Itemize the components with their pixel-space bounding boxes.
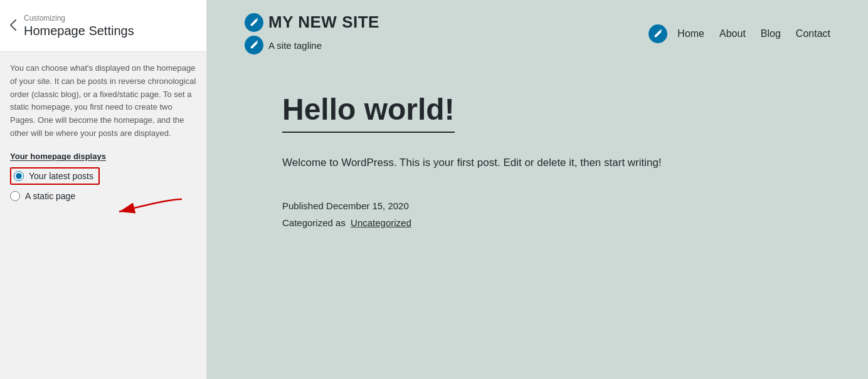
radio-highlight-box: Your latest posts xyxy=(10,167,100,185)
radio-group: Your latest posts A static page xyxy=(10,167,196,201)
back-button[interactable] xyxy=(10,19,16,33)
radio-latest-posts-input[interactable] xyxy=(14,171,24,181)
post-excerpt: Welcome to WordPress. This is your first… xyxy=(282,154,671,172)
site-branding: MY NEW SITE A site tagline xyxy=(245,13,379,55)
site-preview: MY NEW SITE A site tagline Home About xyxy=(207,0,868,379)
panel-title: Homepage Settings xyxy=(24,24,134,38)
post-title: Hello world! xyxy=(282,92,455,133)
nav-contact[interactable]: Contact xyxy=(796,28,830,39)
radio-static-page[interactable]: A static page xyxy=(10,191,196,201)
site-title-row: MY NEW SITE xyxy=(245,13,379,32)
category-link[interactable]: Uncategorized xyxy=(351,217,411,228)
radio-static-page-label: A static page xyxy=(25,191,75,201)
site-tagline-row: A site tagline xyxy=(245,36,379,55)
customizer-panel: Customizing Homepage Settings You can ch… xyxy=(0,0,207,379)
edit-tagline-icon[interactable] xyxy=(245,36,263,55)
nav-blog[interactable]: Blog xyxy=(761,28,781,39)
radio-latest-posts-label: Your latest posts xyxy=(29,171,93,181)
radio-latest-posts[interactable]: Your latest posts xyxy=(10,167,196,185)
published-date: Published December 15, 2020 xyxy=(282,197,793,214)
section-label: Your homepage displays xyxy=(10,152,196,161)
panel-body: You can choose what's displayed on the h… xyxy=(0,52,206,379)
radio-static-page-input[interactable] xyxy=(10,191,20,201)
panel-subtitle: Customizing xyxy=(24,14,134,23)
post-category: Categorized as Uncategorized xyxy=(282,214,793,231)
edit-site-title-icon[interactable] xyxy=(245,13,263,32)
nav-links: Home About Blog Contact xyxy=(677,28,830,39)
site-content: Hello world! Welcome to WordPress. This … xyxy=(207,61,868,379)
nav-home[interactable]: Home xyxy=(677,28,704,39)
panel-title-group: Customizing Homepage Settings xyxy=(24,14,134,38)
site-header: MY NEW SITE A site tagline Home About xyxy=(207,0,868,61)
edit-nav-icon[interactable] xyxy=(648,24,667,43)
panel-header: Customizing Homepage Settings xyxy=(0,0,206,52)
site-nav: Home About Blog Contact xyxy=(648,24,830,43)
categorized-label: Categorized as xyxy=(282,217,346,228)
site-tagline: A site tagline xyxy=(268,40,322,51)
site-name: MY NEW SITE xyxy=(268,13,379,32)
post-meta: Published December 15, 2020 Categorized … xyxy=(282,197,793,231)
description-text: You can choose what's displayed on the h… xyxy=(10,62,196,140)
nav-about[interactable]: About xyxy=(719,28,746,39)
